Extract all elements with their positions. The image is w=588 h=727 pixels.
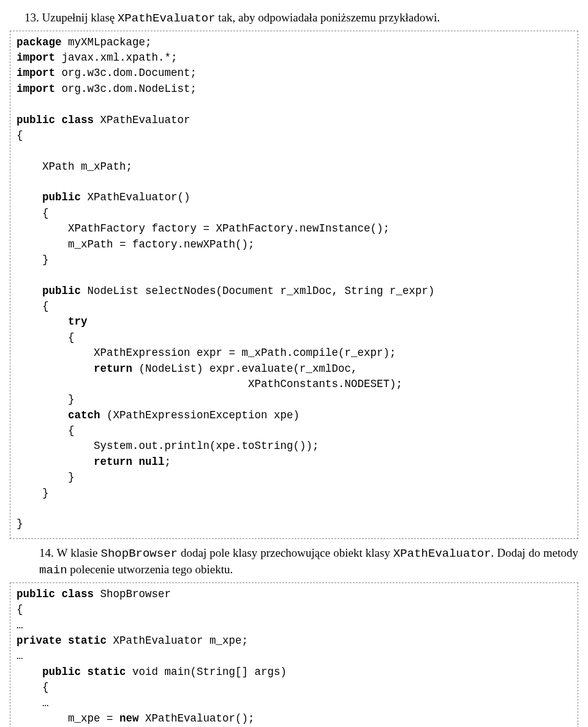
section-13-number: 13. xyxy=(24,11,39,24)
section-14-part4: polecenie utworzenia tego obiektu. xyxy=(67,563,233,576)
section-13-heading: 13. Uzupełnij klasę XPathEvaluator tak, … xyxy=(24,10,578,27)
code-block-2: public class ShopBrowser { … private sta… xyxy=(10,582,578,727)
code-block-2-pre: public class ShopBrowser { … private sta… xyxy=(17,587,571,727)
section-14-part3: . Dodaj do metody xyxy=(491,546,578,559)
section-13-text-after: tak, aby odpowiadała poniższemu przykład… xyxy=(216,11,440,24)
section-14-part1: W klasie xyxy=(56,546,100,559)
section-14-code1: ShopBrowser xyxy=(101,547,178,560)
code-block-1-pre: package myXMLpackage; import javax.xml.x… xyxy=(17,35,571,532)
section-14-part2: dodaj pole klasy przechowujące obiekt kl… xyxy=(178,546,393,559)
section-14-code3: main xyxy=(39,563,67,577)
code-block-1: package myXMLpackage; import javax.xml.x… xyxy=(10,31,578,539)
section-14-heading: 14. W klasie ShopBrowser dodaj pole klas… xyxy=(24,545,578,579)
section-14-code2: XPathEvaluator xyxy=(393,547,491,560)
section-13-classname: XPathEvaluator xyxy=(118,12,216,25)
section-13-text-before: Uzupełnij klasę xyxy=(42,11,118,24)
section-14-number: 14. xyxy=(39,546,54,559)
